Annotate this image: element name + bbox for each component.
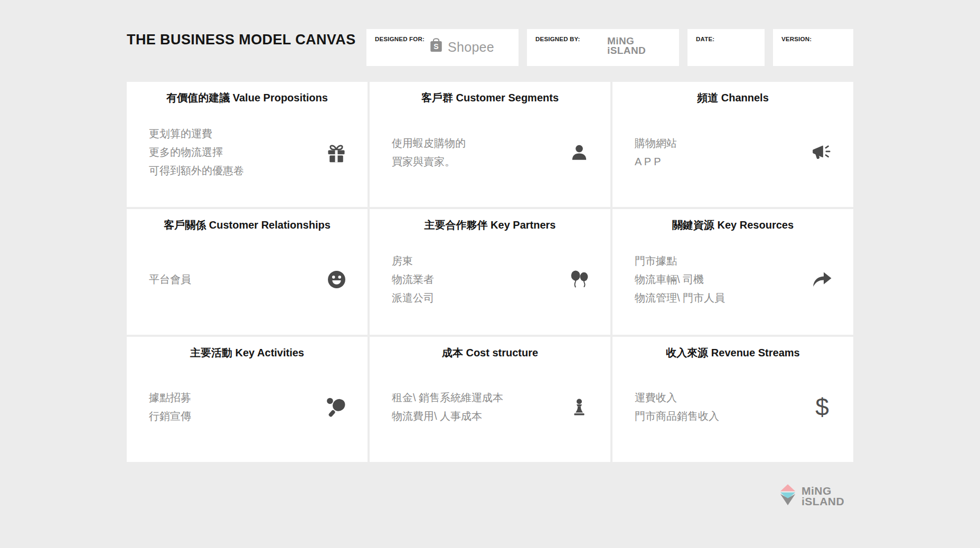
shopee-logo: S Shopee [429, 37, 494, 55]
cell-key-partners: 主要合作夥伴 Key Partners 房東 物流業者 派遣公司 [370, 209, 610, 334]
cell-text-line: 租金\ 銷售系統維運成本 [392, 389, 567, 407]
designed-by-box: DESIGNED BY: MiNG iSLAND [527, 29, 679, 66]
shopee-bag-icon: S [429, 37, 444, 55]
designed-for-box: DESIGNED FOR: S Shopee [366, 29, 519, 66]
chess-pawn-icon [567, 398, 591, 417]
cell-text-line: 門市據點 [635, 252, 810, 270]
megaphone-icon [810, 144, 834, 162]
smiley-icon [324, 270, 348, 289]
cell-title: 主要活動 Key Activities [127, 337, 368, 360]
cell-text-line: 物流費用\ 人事成本 [392, 407, 567, 426]
person-icon [567, 143, 591, 163]
cell-cost-structure: 成本 Cost structure 租金\ 銷售系統維運成本 物流費用\ 人事成… [370, 337, 610, 462]
footer-wordmark: MiNG iSLAND [802, 486, 844, 507]
date-box: DATE: [687, 29, 765, 66]
cell-title: 有價值的建議 Value Propositions [127, 82, 368, 105]
cell-text-line: 據點招募 [149, 389, 324, 407]
cell-text-line: 派遣公司 [392, 289, 567, 307]
version-box: VERSION: [773, 29, 853, 66]
cell-text-line: 門市商品銷售收入 [635, 407, 810, 426]
cell-text-line: 購物網站 [635, 134, 810, 153]
cell-customer-segments: 客戶群 Customer Segments 使用蝦皮購物的 買家與賣家。 [370, 82, 610, 207]
cell-text-line: 物流管理\ 門市人員 [635, 289, 810, 307]
cell-text-line: 平台會員 [149, 270, 324, 289]
ming-island-line2: iSLAND [607, 46, 646, 55]
cell-revenue-streams: 收入來源 Revenue Streams 運費收入 門市商品銷售收入 $ [612, 337, 853, 462]
designed-for-label: DESIGNED FOR: [375, 36, 425, 42]
balloons-icon [567, 270, 591, 290]
cell-channels: 頻道 Channels 購物網站 A P P [612, 82, 853, 207]
cell-text-line: 房東 [392, 252, 567, 270]
cell-customer-relationships: 客戶關係 Customer Relationships 平台會員 [127, 209, 368, 334]
dollar-icon: $ [810, 393, 834, 421]
cell-text-line: 運費收入 [635, 389, 810, 407]
cell-title: 主要合作夥伴 Key Partners [370, 209, 610, 232]
date-label: DATE: [696, 36, 714, 42]
cell-text-line: 可得到額外的優惠卷 [149, 162, 324, 180]
footer-wordmark-line2: iSLAND [802, 496, 844, 507]
cell-title: 客戶群 Customer Segments [370, 82, 610, 105]
canvas-grid: 有價值的建議 Value Propositions 更划算的運費 更多的物流選擇… [127, 82, 853, 462]
cell-text-line: 買家與賣家。 [392, 153, 567, 171]
cell-text-line: A P P [635, 153, 810, 171]
business-model-canvas-page: THE BUSINESS MODEL CANVAS DESIGNED FOR: … [0, 0, 980, 548]
cell-value-propositions: 有價值的建議 Value Propositions 更划算的運費 更多的物流選擇… [127, 82, 368, 207]
page-title: THE BUSINESS MODEL CANVAS [127, 32, 356, 48]
cell-text-line: 更划算的運費 [149, 125, 324, 143]
cell-title: 頻道 Channels [612, 82, 853, 105]
curved-arrow-icon [810, 271, 834, 289]
cell-text-line: 物流業者 [392, 270, 567, 289]
cell-text-line: 行銷宣傳 [149, 407, 324, 426]
ming-island-diamond-icon [780, 484, 796, 508]
gift-icon [324, 142, 348, 163]
ming-island-wordmark: MiNG iSLAND [607, 36, 646, 55]
cell-title: 成本 Cost structure [370, 337, 610, 360]
designed-by-label: DESIGNED BY: [535, 36, 580, 42]
cell-title: 關鍵資源 Key Resources [612, 209, 853, 232]
cell-title: 收入來源 Revenue Streams [612, 337, 853, 360]
cell-key-resources: 關鍵資源 Key Resources 門市據點 物流車輛\ 司機 物流管理\ 門… [612, 209, 853, 334]
shopee-logo-text: Shopee [448, 41, 494, 55]
pingpong-icon [324, 396, 348, 418]
cell-text-line: 更多的物流選擇 [149, 143, 324, 162]
cell-key-activities: 主要活動 Key Activities 據點招募 行銷宣傳 [127, 337, 368, 462]
cell-text-line: 物流車輛\ 司機 [635, 270, 810, 289]
footer-wordmark-line1: MiNG [802, 486, 844, 496]
cell-text-line: 使用蝦皮購物的 [392, 134, 567, 153]
version-label: VERSION: [781, 36, 812, 42]
ming-island-footer-logo: MiNG iSLAND [780, 484, 844, 508]
cell-title: 客戶關係 Customer Relationships [127, 209, 368, 232]
shopee-bag-letter: S [434, 42, 438, 51]
